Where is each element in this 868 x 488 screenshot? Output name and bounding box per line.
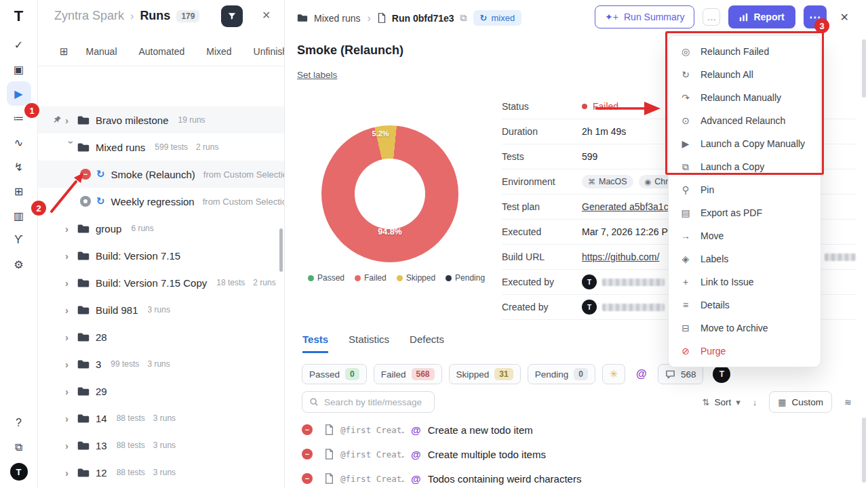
chevron-icon[interactable]: › <box>65 250 77 262</box>
tab-mixed[interactable]: Mixed <box>206 46 231 57</box>
main-scrollbar-thumb-bottom[interactable] <box>862 418 866 483</box>
menu-item-move[interactable]: →Move <box>669 224 821 247</box>
chevron-icon[interactable]: › <box>65 467 77 479</box>
chevron-icon[interactable]: › <box>65 277 77 289</box>
run-detail-close-button[interactable]: ✕ <box>840 11 849 24</box>
tree-row-3[interactable]: ›399 tests3 runs <box>38 350 284 378</box>
tree-item-meta: 88 tests <box>117 441 145 450</box>
set-labels-link[interactable]: Set labels <box>297 70 337 80</box>
tree-row-build-981[interactable]: ›Build 9813 runs <box>38 296 284 323</box>
menu-item-launch-a-copy-manually[interactable]: ▶Launch a Copy Manually <box>669 132 821 155</box>
chevron-icon[interactable]: › <box>65 115 77 126</box>
test-doc-icon <box>325 449 334 460</box>
menu-item-export-as-pdf[interactable]: ▤Export as PDF <box>669 201 821 224</box>
tree-row-12[interactable]: ›1288 tests3 runs <box>38 459 284 486</box>
flaky-filter-chip[interactable]: ✳ <box>602 364 625 384</box>
tab-statistics[interactable]: Statistics <box>349 333 389 353</box>
filter-chip-pending[interactable]: Pending0 <box>528 364 595 384</box>
rail-signature-icon[interactable]: ∿ <box>7 130 31 155</box>
tree-scrollbar-thumb[interactable] <box>279 228 283 272</box>
rail-account-icon[interactable]: T <box>7 460 31 484</box>
sort-direction-icon[interactable]: ↓ <box>753 397 757 407</box>
rail-runs-icon[interactable]: ▶ <box>7 81 31 106</box>
tree-row-28[interactable]: ›28 <box>38 323 284 350</box>
rail-checklist-icon[interactable]: ≔ <box>7 106 31 130</box>
run-menu-button[interactable]: ⋯ <box>804 5 827 28</box>
menu-item-relaunch-manually[interactable]: ↷Relaunch Manually <box>669 86 821 109</box>
rail-branches-icon[interactable]: ϒ <box>7 228 31 252</box>
menu-item-pin[interactable]: ⚲Pin <box>669 178 821 201</box>
chevron-icon[interactable]: › <box>65 440 77 451</box>
rail-projects-icon[interactable]: ⧉ <box>7 435 31 460</box>
tab-manual[interactable]: Manual <box>86 46 117 57</box>
rail-console-icon[interactable]: ⊞ <box>7 179 31 203</box>
report-button[interactable]: Report <box>728 5 795 28</box>
project-name[interactable]: Zyntra Spark <box>54 9 124 23</box>
menu-item-move-to-archive[interactable]: ⊟Move to Archive <box>669 317 821 340</box>
menu-item-advanced-relaunch[interactable]: ⊙Advanced Relaunch <box>669 109 821 132</box>
menu-item-details[interactable]: ≡Details <box>669 293 821 317</box>
menu-item-labels[interactable]: ◈Labels <box>669 247 821 270</box>
test-row[interactable]: −@first Creat…@Create a new todo item <box>302 418 850 442</box>
run-actions: ✦+ Run Summary … Report ⋯ ✕ <box>595 5 849 28</box>
tree-row-build-version-7-15[interactable]: ›Build: Version 7.15 <box>38 242 284 269</box>
tree-row-smoke-relaunch[interactable]: −↻Smoke (Relaunch)from Custom Selection <box>38 161 284 188</box>
runs-panel-close-button[interactable]: ✕ <box>262 9 271 22</box>
chevron-icon[interactable]: › <box>65 413 77 424</box>
tree-row-build-version-7-15-copy[interactable]: ›Build: Version 7.15 Copy18 tests2 runs <box>38 269 284 296</box>
rail-board-icon[interactable]: ▣ <box>7 57 31 81</box>
search-input[interactable] <box>324 397 427 407</box>
tree-row-group[interactable]: ›group6 runs <box>38 215 284 242</box>
tree-row-14[interactable]: ›1488 tests3 runs <box>38 405 284 432</box>
detail-link[interactable]: Generated a5bf3a1c <box>582 201 669 212</box>
tree-row-29[interactable]: ›29 <box>38 378 284 405</box>
menu-item-launch-a-copy[interactable]: ⧉Launch a Copy <box>669 155 821 178</box>
rail-settings-icon[interactable]: ⚙ <box>7 252 31 277</box>
user-avatar: T <box>582 300 597 314</box>
test-row[interactable]: −@first Creat…@Todos containing weird ch… <box>302 466 850 488</box>
main-scrollbar-thumb-top[interactable] <box>862 39 866 98</box>
tree-row-bravo-milestone[interactable]: ›Bravo milestone19 runs <box>38 106 284 134</box>
copy-icon[interactable]: ⧉ <box>460 12 467 24</box>
filter-button[interactable] <box>221 5 243 27</box>
tab-tests[interactable]: Tests <box>302 333 328 353</box>
filter-chip-passed[interactable]: Passed0 <box>302 364 367 384</box>
test-row[interactable]: −@first Creat…@Create multiple todo item… <box>302 442 850 466</box>
menu-item-purge[interactable]: ⊘Purge <box>669 340 821 363</box>
tab-automated[interactable]: Automated <box>139 46 185 57</box>
rail-tasks-icon[interactable]: ✓ <box>7 33 31 57</box>
tab-unfinished[interactable]: Unfinished <box>254 46 284 57</box>
reporter-avatar[interactable]: T <box>713 365 730 383</box>
detail-link[interactable]: https://github.com/ <box>582 251 659 262</box>
filter-chip-failed[interactable]: Failed568 <box>374 364 442 384</box>
tree-row-weekly-regression[interactable]: ↻Weekly regressionfrom Custom Selection <box>38 188 284 215</box>
run-summary-button[interactable]: ✦+ Run Summary <box>595 5 694 28</box>
chevron-icon[interactable]: › <box>65 304 77 316</box>
rail-activity-icon[interactable]: ↯ <box>7 155 31 179</box>
sort-dropdown[interactable]: ⇅ Sort ▾ <box>703 397 741 407</box>
filter-chip-skipped[interactable]: Skipped31 <box>449 364 521 384</box>
tab-defects[interactable]: Defects <box>410 333 444 353</box>
menu-item-relaunch-failed[interactable]: ◎Relaunch Failed <box>669 40 821 63</box>
menu-item-label: Relaunch All <box>701 69 753 80</box>
breadcrumb-parent[interactable]: Mixed runs <box>314 13 360 24</box>
run-breadcrumb: Mixed runs › Run 0bfd71e3 ⧉ ↻ mixed <box>297 10 521 26</box>
tree-row-13[interactable]: ›1388 tests3 runs <box>38 432 284 459</box>
chevron-icon[interactable]: › <box>65 223 77 235</box>
chevron-icon[interactable]: › <box>65 386 77 397</box>
funnel-icon <box>227 12 237 21</box>
rail-help-icon[interactable]: ? <box>7 411 31 435</box>
runs-overview-icon[interactable]: ⊞ <box>60 45 68 58</box>
rail-analytics-icon[interactable]: ▥ <box>7 203 31 228</box>
tune-filters-icon[interactable]: ≋ <box>844 397 852 407</box>
tag-filter-icon[interactable]: @ <box>632 365 651 384</box>
chevron-icon[interactable]: › <box>66 140 77 152</box>
menu-item-relaunch-all[interactable]: ↻Relaunch All <box>669 63 821 86</box>
tree-row-mixed-runs[interactable]: ›Mixed runs599 tests2 runs <box>38 134 284 161</box>
more-options-button[interactable]: … <box>703 8 720 26</box>
chevron-icon[interactable]: › <box>65 359 77 370</box>
menu-item-link-to-issue[interactable]: +Link to Issue <box>669 270 821 293</box>
custom-view-button[interactable]: ▦ Custom <box>769 391 832 413</box>
chevron-icon[interactable]: › <box>65 331 77 343</box>
detail-label: Test plan <box>502 201 582 212</box>
